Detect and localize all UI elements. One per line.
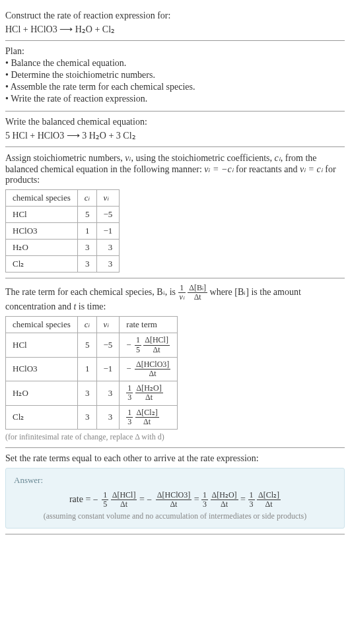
- table-row: HCl 5 −5: [6, 207, 120, 223]
- cell-c: 3: [77, 240, 96, 256]
- frac-den: Δt: [135, 418, 159, 426]
- eq-sign: =: [240, 494, 248, 504]
- relation: νᵢ = −cᵢ: [204, 164, 233, 174]
- text: for reactants and: [234, 164, 300, 174]
- cell-c: 3: [77, 381, 96, 405]
- cell-v: −1: [96, 223, 120, 240]
- stoich-intro: Assign stoichiometric numbers, νᵢ, using…: [5, 152, 345, 185]
- rate-label: rate =: [69, 494, 93, 504]
- frac-den: νᵢ: [178, 293, 186, 302]
- fraction: Δ[HClO3]Δt: [156, 491, 192, 509]
- frac-num: 1: [135, 336, 141, 345]
- stoich-table: chemical species cᵢ νᵢ HCl 5 −5 HClO3 1 …: [5, 189, 120, 273]
- ci-symbol: cᵢ: [275, 153, 281, 163]
- cell-species: HCl: [6, 333, 78, 357]
- cell-v: 3: [96, 240, 120, 256]
- cell-rate: − 15 Δ[HCl]Δt: [120, 333, 178, 357]
- table-header-row: chemical species cᵢ νᵢ: [6, 190, 120, 207]
- fraction: 13: [248, 491, 255, 509]
- frac-den: Δt: [188, 293, 207, 302]
- frac-den: Δt: [135, 393, 163, 402]
- fraction: 13: [126, 408, 133, 426]
- cell-c: 1: [77, 357, 96, 381]
- balanced-equation: 5 HCl + HClO3 ⟶ 3 H₂O + 3 Cl₂: [5, 130, 345, 141]
- frac-num: 1: [102, 491, 108, 500]
- table-row: Cl₂ 3 3: [6, 256, 120, 273]
- prompt-section: Construct the rate of reaction expressio…: [5, 5, 345, 41]
- neg-sign: −: [126, 364, 131, 374]
- col-species: chemical species: [6, 190, 78, 207]
- fraction: Δ[H₂O]Δt: [135, 384, 163, 402]
- col-c: cᵢ: [77, 190, 96, 207]
- fraction: Δ[H₂O]Δt: [211, 491, 238, 509]
- cell-c: 3: [77, 405, 96, 429]
- frac-den: Δt: [257, 500, 281, 509]
- col-v: νᵢ: [96, 190, 120, 207]
- table-row: H₂O 3 3: [6, 240, 120, 256]
- frac-num: Δ[HClO3]: [135, 360, 170, 370]
- table-row: Cl₂ 3 3 13 Δ[Cl₂]Δt: [6, 405, 178, 429]
- frac-den: Δt: [135, 370, 170, 378]
- answer-expression: rate = − 15 Δ[HCl]Δt = − Δ[HClO3]Δt = 13…: [14, 488, 336, 511]
- frac-den: 3: [126, 418, 133, 426]
- cell-v: 3: [96, 381, 120, 405]
- cell-rate: − Δ[HClO3]Δt: [120, 357, 178, 381]
- col-rate: rate term: [120, 317, 178, 333]
- frac-den: Δt: [211, 500, 238, 509]
- table-row: H₂O 3 3 13 Δ[H₂O]Δt: [6, 381, 178, 405]
- frac-num: Δ[HCl]: [143, 336, 170, 345]
- fraction: Δ[Cl₂]Δt: [257, 491, 281, 509]
- fraction: Δ[HClO3]Δt: [135, 360, 170, 378]
- stoich-section: Assign stoichiometric numbers, νᵢ, using…: [5, 147, 345, 278]
- cell-species: HCl: [6, 207, 78, 223]
- cell-species: H₂O: [6, 240, 78, 256]
- frac-den: 3: [201, 500, 208, 509]
- cell-rate: 13 Δ[Cl₂]Δt: [120, 405, 178, 429]
- neg-sign: −: [126, 340, 131, 350]
- fraction: 13: [126, 384, 133, 402]
- plan-item: • Balance the chemical equation.: [5, 58, 345, 69]
- plan-title: Plan:: [5, 46, 345, 57]
- frac-num: 1: [126, 408, 133, 418]
- frac-num: Δ[H₂O]: [211, 491, 238, 500]
- table-header-row: chemical species cᵢ νᵢ rate term: [6, 317, 178, 333]
- plan-item: • Assemble the rate term for each chemic…: [5, 82, 345, 92]
- neg-sign: −: [147, 495, 152, 505]
- final-title: Set the rate terms equal to each other t…: [5, 453, 345, 464]
- frac-num: Δ[H₂O]: [135, 384, 163, 393]
- col-v: νᵢ: [96, 317, 120, 333]
- cell-species: Cl₂: [6, 256, 78, 273]
- final-section: Set the rate terms equal to each other t…: [5, 448, 345, 534]
- frac-num: 1: [178, 284, 186, 293]
- cell-v: −5: [96, 207, 120, 223]
- cell-v: 3: [96, 256, 120, 273]
- cell-species: Cl₂: [6, 405, 78, 429]
- rateterm-section: The rate term for each chemical species,…: [5, 278, 345, 448]
- fraction: Δ[Cl₂]Δt: [135, 408, 159, 426]
- rateterm-note: (for infinitesimal rate of change, repla…: [5, 432, 345, 442]
- frac-den: 5: [135, 346, 141, 354]
- prompt-title: Construct the rate of reaction expressio…: [5, 11, 345, 21]
- frac-num: Δ[Cl₂]: [135, 408, 159, 418]
- cell-species: H₂O: [6, 381, 78, 405]
- cell-rate: 13 Δ[H₂O]Δt: [120, 381, 178, 405]
- frac-den: 3: [126, 393, 133, 402]
- frac-den: Δt: [143, 346, 170, 354]
- text: Assign stoichiometric numbers,: [5, 153, 125, 163]
- balanced-section: Write the balanced chemical equation: 5 …: [5, 112, 345, 147]
- fraction: 15: [102, 491, 108, 509]
- cell-c: 5: [77, 333, 96, 357]
- eq-sign: =: [194, 494, 201, 504]
- fraction: 13: [201, 491, 208, 509]
- cell-species: HClO3: [6, 223, 78, 240]
- col-c: cᵢ: [77, 317, 96, 333]
- text: The rate term for each chemical species,…: [5, 287, 178, 297]
- answer-note: (assuming constant volume and no accumul…: [14, 511, 336, 521]
- balanced-title: Write the balanced chemical equation:: [5, 117, 345, 127]
- frac-den: 3: [248, 500, 255, 509]
- frac-num: 1: [248, 491, 255, 500]
- cell-species: HClO3: [6, 357, 78, 381]
- eq-sign: =: [139, 494, 147, 504]
- answer-box: Answer: rate = − 15 Δ[HCl]Δt = − Δ[HClO3…: [5, 468, 345, 529]
- frac-num: 1: [126, 384, 133, 393]
